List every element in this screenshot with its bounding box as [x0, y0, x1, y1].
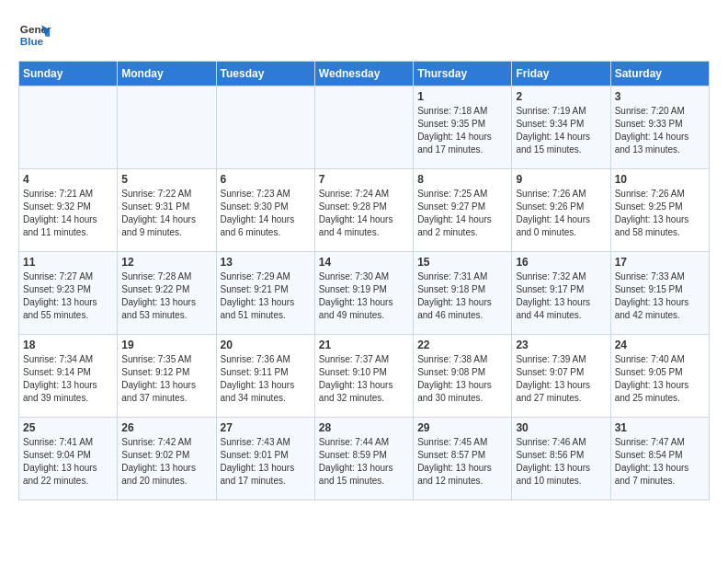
calendar-cell: 15Sunrise: 7:31 AM Sunset: 9:18 PM Dayli… [414, 252, 512, 335]
calendar-cell: 9Sunrise: 7:26 AM Sunset: 9:26 PM Daylig… [512, 169, 610, 252]
calendar-cell: 16Sunrise: 7:32 AM Sunset: 9:17 PM Dayli… [512, 252, 610, 335]
header-cell-thursday: Thursday [414, 62, 512, 86]
day-number: 5 [121, 173, 211, 186]
day-number: 29 [417, 421, 507, 434]
calendar-cell [19, 86, 118, 169]
calendar-cell: 2Sunrise: 7:19 AM Sunset: 9:34 PM Daylig… [512, 86, 610, 169]
calendar-cell: 12Sunrise: 7:28 AM Sunset: 9:22 PM Dayli… [118, 252, 216, 335]
day-info: Sunrise: 7:42 AM Sunset: 9:02 PM Dayligh… [121, 436, 211, 488]
day-info: Sunrise: 7:40 AM Sunset: 9:05 PM Dayligh… [615, 353, 705, 405]
calendar-cell: 21Sunrise: 7:37 AM Sunset: 9:10 PM Dayli… [314, 335, 413, 418]
day-info: Sunrise: 7:39 AM Sunset: 9:07 PM Dayligh… [516, 353, 606, 405]
day-number: 19 [121, 339, 211, 351]
day-number: 14 [319, 256, 409, 269]
day-number: 20 [221, 339, 311, 351]
week-row-5: 25Sunrise: 7:41 AM Sunset: 9:04 PM Dayli… [19, 418, 710, 500]
calendar-cell: 17Sunrise: 7:33 AM Sunset: 9:15 PM Dayli… [610, 252, 709, 335]
calendar-cell: 28Sunrise: 7:44 AM Sunset: 8:59 PM Dayli… [314, 418, 413, 500]
day-info: Sunrise: 7:32 AM Sunset: 9:17 PM Dayligh… [516, 270, 606, 322]
day-number: 8 [417, 173, 507, 186]
day-number: 15 [417, 256, 507, 269]
day-number: 3 [615, 90, 705, 103]
day-number: 9 [516, 173, 606, 186]
header-cell-monday: Monday [118, 62, 216, 86]
calendar-cell: 11Sunrise: 7:27 AM Sunset: 9:23 PM Dayli… [19, 252, 118, 335]
day-info: Sunrise: 7:47 AM Sunset: 8:54 PM Dayligh… [615, 436, 705, 488]
page-header: General Blue [18, 18, 710, 52]
logo: General Blue [18, 18, 55, 52]
day-info: Sunrise: 7:23 AM Sunset: 9:30 PM Dayligh… [221, 188, 311, 239]
day-info: Sunrise: 7:33 AM Sunset: 9:15 PM Dayligh… [615, 270, 705, 322]
week-row-3: 11Sunrise: 7:27 AM Sunset: 9:23 PM Dayli… [19, 252, 710, 335]
calendar-cell: 18Sunrise: 7:34 AM Sunset: 9:14 PM Dayli… [19, 335, 118, 418]
header-cell-wednesday: Wednesday [314, 62, 413, 86]
calendar-cell: 19Sunrise: 7:35 AM Sunset: 9:12 PM Dayli… [118, 335, 216, 418]
day-number: 1 [417, 90, 507, 103]
calendar-cell: 23Sunrise: 7:39 AM Sunset: 9:07 PM Dayli… [512, 335, 610, 418]
day-number: 21 [319, 339, 409, 351]
day-number: 2 [516, 90, 606, 103]
day-number: 26 [121, 421, 211, 434]
day-info: Sunrise: 7:24 AM Sunset: 9:28 PM Dayligh… [319, 188, 409, 239]
calendar-table: SundayMondayTuesdayWednesdayThursdayFrid… [18, 61, 710, 500]
day-info: Sunrise: 7:29 AM Sunset: 9:21 PM Dayligh… [221, 270, 311, 322]
day-info: Sunrise: 7:28 AM Sunset: 9:22 PM Dayligh… [121, 270, 211, 322]
day-number: 24 [615, 339, 705, 351]
day-number: 10 [615, 173, 705, 186]
day-number: 28 [319, 421, 409, 434]
day-number: 13 [221, 256, 311, 269]
calendar-cell: 31Sunrise: 7:47 AM Sunset: 8:54 PM Dayli… [610, 418, 709, 500]
calendar-cell: 22Sunrise: 7:38 AM Sunset: 9:08 PM Dayli… [414, 335, 512, 418]
calendar-cell: 20Sunrise: 7:36 AM Sunset: 9:11 PM Dayli… [216, 335, 314, 418]
calendar-cell: 30Sunrise: 7:46 AM Sunset: 8:56 PM Dayli… [512, 418, 610, 500]
header-cell-tuesday: Tuesday [216, 62, 314, 86]
day-info: Sunrise: 7:46 AM Sunset: 8:56 PM Dayligh… [516, 436, 606, 488]
day-info: Sunrise: 7:45 AM Sunset: 8:57 PM Dayligh… [417, 436, 507, 488]
day-number: 25 [23, 421, 113, 434]
header-cell-sunday: Sunday [19, 62, 118, 86]
day-info: Sunrise: 7:35 AM Sunset: 9:12 PM Dayligh… [121, 353, 211, 405]
calendar-cell [118, 86, 216, 169]
calendar-cell [314, 86, 413, 169]
calendar-cell: 6Sunrise: 7:23 AM Sunset: 9:30 PM Daylig… [216, 169, 314, 252]
calendar-cell: 24Sunrise: 7:40 AM Sunset: 9:05 PM Dayli… [610, 335, 709, 418]
day-number: 12 [121, 256, 211, 269]
day-info: Sunrise: 7:26 AM Sunset: 9:26 PM Dayligh… [516, 188, 606, 239]
day-number: 27 [221, 421, 311, 434]
calendar-cell: 14Sunrise: 7:30 AM Sunset: 9:19 PM Dayli… [314, 252, 413, 335]
day-number: 23 [516, 339, 606, 351]
calendar-cell: 1Sunrise: 7:18 AM Sunset: 9:35 PM Daylig… [414, 86, 512, 169]
calendar-cell: 26Sunrise: 7:42 AM Sunset: 9:02 PM Dayli… [118, 418, 216, 500]
day-info: Sunrise: 7:44 AM Sunset: 8:59 PM Dayligh… [319, 436, 409, 488]
calendar-cell: 10Sunrise: 7:26 AM Sunset: 9:25 PM Dayli… [610, 169, 709, 252]
week-row-4: 18Sunrise: 7:34 AM Sunset: 9:14 PM Dayli… [19, 335, 710, 418]
calendar-cell: 27Sunrise: 7:43 AM Sunset: 9:01 PM Dayli… [216, 418, 314, 500]
day-info: Sunrise: 7:27 AM Sunset: 9:23 PM Dayligh… [23, 270, 113, 322]
day-number: 4 [23, 173, 113, 186]
day-number: 11 [23, 256, 113, 269]
day-info: Sunrise: 7:36 AM Sunset: 9:11 PM Dayligh… [221, 353, 311, 405]
header-cell-friday: Friday [512, 62, 610, 86]
day-info: Sunrise: 7:18 AM Sunset: 9:35 PM Dayligh… [417, 105, 507, 156]
day-info: Sunrise: 7:31 AM Sunset: 9:18 PM Dayligh… [417, 270, 507, 322]
day-info: Sunrise: 7:26 AM Sunset: 9:25 PM Dayligh… [615, 188, 705, 239]
day-info: Sunrise: 7:22 AM Sunset: 9:31 PM Dayligh… [121, 188, 211, 239]
week-row-1: 1Sunrise: 7:18 AM Sunset: 9:35 PM Daylig… [19, 86, 710, 169]
day-info: Sunrise: 7:30 AM Sunset: 9:19 PM Dayligh… [319, 270, 409, 322]
day-info: Sunrise: 7:38 AM Sunset: 9:08 PM Dayligh… [417, 353, 507, 405]
week-row-2: 4Sunrise: 7:21 AM Sunset: 9:32 PM Daylig… [19, 169, 710, 252]
day-info: Sunrise: 7:37 AM Sunset: 9:10 PM Dayligh… [319, 353, 409, 405]
calendar-cell: 4Sunrise: 7:21 AM Sunset: 9:32 PM Daylig… [19, 169, 118, 252]
day-number: 7 [319, 173, 409, 186]
calendar-cell: 29Sunrise: 7:45 AM Sunset: 8:57 PM Dayli… [414, 418, 512, 500]
calendar-cell: 8Sunrise: 7:25 AM Sunset: 9:27 PM Daylig… [414, 169, 512, 252]
day-info: Sunrise: 7:41 AM Sunset: 9:04 PM Dayligh… [23, 436, 113, 488]
day-number: 17 [615, 256, 705, 269]
day-info: Sunrise: 7:20 AM Sunset: 9:33 PM Dayligh… [615, 105, 705, 156]
day-info: Sunrise: 7:19 AM Sunset: 9:34 PM Dayligh… [516, 105, 606, 156]
day-info: Sunrise: 7:21 AM Sunset: 9:32 PM Dayligh… [23, 188, 113, 239]
logo-icon: General Blue [18, 18, 51, 52]
calendar-cell: 7Sunrise: 7:24 AM Sunset: 9:28 PM Daylig… [314, 169, 413, 252]
calendar-cell: 13Sunrise: 7:29 AM Sunset: 9:21 PM Dayli… [216, 252, 314, 335]
header-row: SundayMondayTuesdayWednesdayThursdayFrid… [19, 62, 710, 86]
